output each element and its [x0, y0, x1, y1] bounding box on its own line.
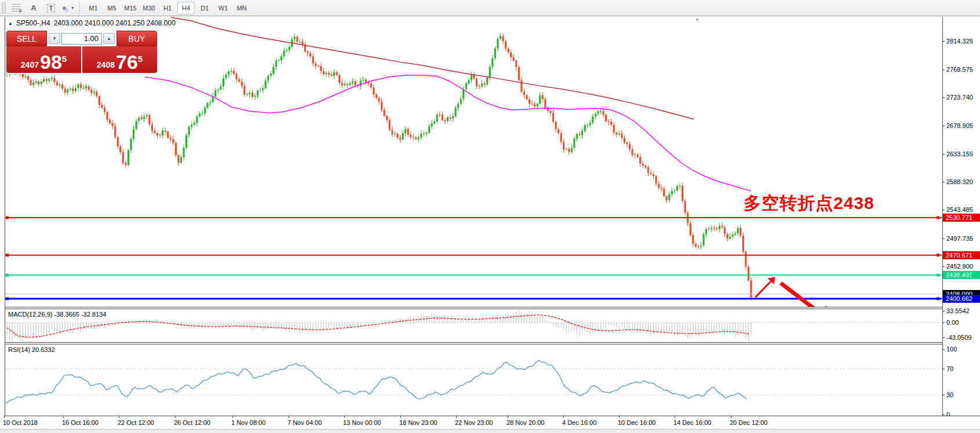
chart-annotation-text: 多空转折点2438 — [744, 192, 875, 215]
axis-tick-mark — [942, 369, 945, 369]
time-axis: 10 Oct 201816 Oct 16:0022 Oct 12:0026 Oc… — [0, 416, 980, 429]
price-tick-label: 2723.740 — [946, 93, 973, 101]
time-axis-label: 14 Dec 16:00 — [673, 419, 711, 426]
time-tick-mark — [63, 416, 64, 418]
bottom-strip — [0, 429, 980, 433]
volume-increase-button[interactable]: ▲ — [103, 33, 115, 44]
time-axis-label: 26 Oct 12:00 — [174, 419, 210, 426]
chart-title: ▲ SP500-,H4 2403.000 2410.000 2401.250 2… — [8, 19, 176, 27]
axis-tick-mark — [942, 395, 945, 395]
panel-divider — [5, 309, 980, 309]
timeframe-button-m5[interactable]: M5 — [103, 2, 121, 14]
chevron-down-icon: ▼ — [71, 6, 75, 10]
axis-tick-mark — [942, 97, 945, 98]
price-tick-label: 2543.485 — [946, 206, 973, 214]
axis-tick-mark — [942, 337, 945, 338]
time-tick-mark — [675, 416, 675, 418]
volume-input[interactable]: 1.00 — [61, 33, 102, 45]
timeframe-button-w1[interactable]: W1 — [214, 2, 232, 14]
shapes-diamond-light: ◆ — [64, 6, 69, 13]
volume-decrease-button[interactable]: ▼ — [49, 33, 60, 44]
fibonacci-tool-icon[interactable]: F — [9, 2, 24, 14]
time-tick-mark — [232, 416, 233, 418]
panel-divider — [5, 344, 980, 344]
time-tick-mark — [344, 416, 345, 418]
axis-tick-mark — [942, 311, 945, 311]
timeframe-button-m1[interactable]: M1 — [85, 2, 102, 14]
price-tick-label: 2814.325 — [946, 37, 973, 45]
time-axis-label: 28 Nov 20:00 — [507, 419, 544, 426]
time-axis-label: 10 Oct 2018 — [3, 419, 38, 426]
price-tick-label: 2588.320 — [946, 178, 973, 186]
time-tick-mark — [400, 416, 401, 418]
macd-label: MACD(12,26,9) -38.3665 -32.8134 — [8, 311, 106, 318]
ask-pip-digit: 5 — [138, 54, 143, 64]
macd-tick-label: 0.00 — [946, 318, 959, 326]
volume-spinner: ▼ 1.00 ▲ — [47, 31, 116, 46]
time-axis-label: 16 Oct 16:00 — [62, 419, 99, 426]
price-tick-label: 2768.575 — [946, 65, 973, 74]
macd-panel-canvas[interactable] — [5, 309, 942, 342]
ask-big-digits: 76 — [116, 53, 138, 71]
axis-tick-mark — [942, 349, 945, 350]
buy-button[interactable]: BUY — [116, 31, 157, 46]
time-tick-mark — [731, 416, 731, 418]
time-axis-label: 22 Nov 23:00 — [455, 419, 493, 426]
price-axis: 2814.3252768.5752723.7402678.9052633.155… — [943, 17, 980, 416]
axis-tick-mark — [942, 126, 945, 126]
toolbar-grip[interactable] — [2, 2, 6, 14]
rsi-tick-label: 70 — [946, 365, 953, 373]
rsi-label: RSI(14) 20.6332 — [8, 346, 55, 353]
axis-tick-mark — [942, 414, 945, 415]
text-box-tool-icon[interactable]: T — [43, 2, 59, 14]
time-axis-label: 13 Nov 00:00 — [343, 419, 381, 426]
timeframe-button-mn[interactable]: MN — [233, 2, 250, 14]
level-price-label: 2400.662 — [943, 295, 980, 303]
timeframe-button-h4[interactable]: H4 — [177, 2, 195, 14]
axis-tick-mark — [942, 210, 945, 210]
macd-tick-label: 33.5542 — [946, 307, 970, 315]
level-price-label: 2470.671 — [943, 251, 980, 259]
time-axis-label: 20 Dec 12:00 — [730, 419, 767, 426]
axis-tick-mark — [942, 69, 945, 70]
ohlc-values: 2403.000 2410.000 2401.250 2408.000 — [54, 19, 176, 27]
level-price-label: 2438.491 — [943, 271, 980, 279]
panel-divider[interactable] — [5, 307, 980, 307]
time-axis-label: 10 Dec 16:00 — [618, 419, 655, 426]
price-tick-label: 2633.155 — [946, 150, 973, 158]
time-axis-label: 4 Dec 16:00 — [562, 419, 596, 426]
shapes-tool-icon[interactable]: ◆◆▼ — [61, 2, 76, 14]
rsi-panel-canvas[interactable] — [5, 344, 942, 416]
time-axis-label: 1 Nov 08:00 — [231, 419, 265, 426]
time-tick-mark — [119, 416, 119, 418]
axis-tick-mark — [942, 238, 945, 239]
axis-tick-mark — [942, 182, 945, 182]
time-tick-mark — [175, 416, 176, 418]
price-tick-label: 2678.905 — [946, 122, 973, 130]
bid-price[interactable]: 2407985 — [6, 46, 81, 73]
sell-button[interactable]: SELL — [6, 31, 47, 46]
time-tick-mark — [456, 416, 457, 418]
toolbar: FAT◆◆▼M1M5M15M30H1H4D1W1MN — [0, 0, 980, 16]
time-axis-label: 22 Oct 12:00 — [118, 419, 154, 426]
timeframe-button-m30[interactable]: M30 — [140, 2, 158, 14]
level-price-label: 2530.771 — [943, 214, 980, 222]
time-tick-mark — [563, 416, 564, 418]
text-label-tool-icon[interactable]: A — [26, 2, 41, 14]
ask-prefix: 2408 — [97, 59, 115, 71]
ask-price[interactable]: 2408765 — [82, 46, 157, 73]
fibonacci-letter: F — [19, 9, 22, 14]
toolbar-separator — [79, 2, 82, 14]
axis-tick-mark — [942, 322, 945, 323]
timeframe-button-m15[interactable]: M15 — [122, 2, 139, 14]
timeframe-button-d1[interactable]: D1 — [196, 2, 213, 14]
rsi-tick-label: 30 — [946, 391, 953, 399]
price-tick-label: 2452.900 — [946, 262, 973, 270]
timeframe-button-h1[interactable]: H1 — [159, 2, 176, 14]
bid-pip-digit: 5 — [62, 54, 67, 64]
bid-big-digits: 98 — [40, 53, 62, 71]
axis-tick-mark — [942, 41, 945, 42]
time-axis-label: 18 Nov 23:00 — [399, 419, 437, 426]
expand-chart-icon[interactable]: ▲ — [8, 21, 13, 26]
panel-divider[interactable] — [5, 342, 980, 343]
